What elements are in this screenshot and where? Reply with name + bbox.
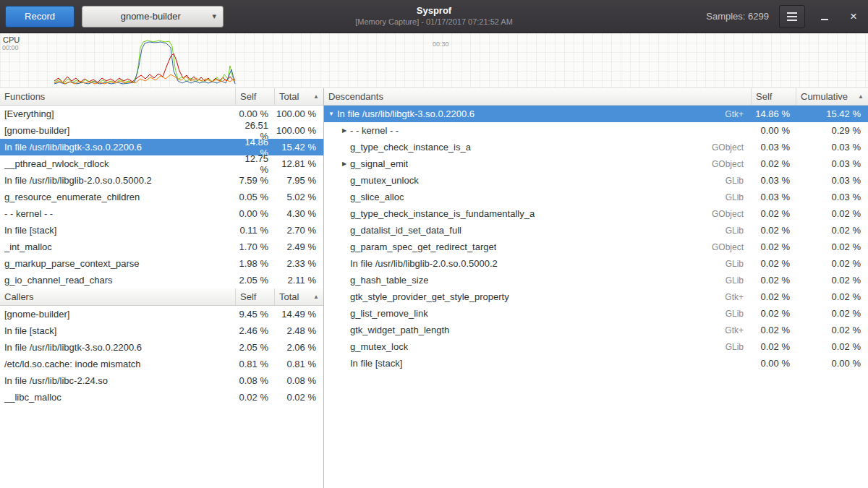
function-name: In file /usr/lib/libglib-2.0.so.0.5000.2: [0, 175, 235, 186]
self-percent: 0.03 %: [751, 192, 796, 202]
descendants-row[interactable]: g_mutex_unlockGLib0.03 %0.03 %: [324, 172, 868, 189]
descendants-row[interactable]: g_datalist_id_set_data_fullGLib0.02 %0.0…: [324, 222, 868, 239]
capture-subtitle: [Memory Capture] - 01/17/2017 07:21:52 A…: [355, 17, 513, 27]
descendants-row[interactable]: ▼In file /usr/lib/libgtk-3.so.0.2200.6Gt…: [324, 106, 868, 122]
function-name: __pthread_rwlock_rdlock: [0, 158, 235, 169]
self-percent: 0.03 %: [751, 142, 796, 153]
process-selector-dropdown[interactable]: gnome-builder ▾: [82, 6, 224, 27]
column-header-callers[interactable]: Callers: [0, 288, 235, 305]
cumulative-percent: 0.02 %: [796, 291, 868, 302]
descendants-row[interactable]: gtk_style_provider_get_style_propertyGtk…: [324, 288, 868, 305]
tree-cell: ▼In file /usr/lib/libgtk-3.so.0.2200.6Gt…: [324, 108, 751, 119]
descendants-row[interactable]: g_hash_table_sizeGLib0.02 %0.02 %: [324, 272, 868, 288]
cumulative-percent: 0.02 %: [796, 208, 868, 219]
descendants-row[interactable]: In file /usr/lib/libglib-2.0.so.0.5000.2…: [324, 255, 868, 272]
column-header-self[interactable]: Self: [235, 88, 274, 105]
descendants-row[interactable]: g_slice_allocGLib0.03 %0.03 %: [324, 189, 868, 205]
functions-row[interactable]: g_resource_enumerate_children0.05 %5.02 …: [0, 189, 323, 205]
library-category: Gtk+: [719, 292, 751, 302]
expander-icon[interactable]: ▶: [339, 160, 350, 167]
function-name: g_hash_table_size: [350, 275, 428, 286]
functions-row[interactable]: g_io_channel_read_chars2.05 %2.11 %: [0, 272, 323, 288]
minimize-button[interactable]: [815, 7, 834, 27]
descendants-row[interactable]: ▶- - kernel - -0.00 %0.29 %: [324, 122, 868, 139]
self-percent: 0.02 %: [751, 341, 796, 352]
cumulative-percent: 0.29 %: [796, 125, 868, 136]
self-percent: 0.08 %: [235, 375, 274, 386]
column-header-total[interactable]: Total ▲: [274, 288, 323, 305]
total-percent: 14.49 %: [274, 309, 323, 320]
column-header-functions[interactable]: Functions: [0, 88, 235, 105]
expander-icon[interactable]: ▼: [326, 111, 337, 117]
sysprof-window: Record gnome-builder ▾ Sysprof [Memory C…: [0, 0, 868, 488]
functions-row[interactable]: In file [stack]0.11 %2.70 %: [0, 222, 323, 239]
descendants-row[interactable]: g_param_spec_get_redirect_targetGObject0…: [324, 239, 868, 255]
functions-row[interactable]: In file /usr/lib/libgtk-3.so.0.2200.614.…: [0, 139, 323, 155]
functions-row[interactable]: [gnome-builder]26.51 %100.00 %: [0, 122, 323, 139]
self-percent: 0.02 %: [751, 225, 796, 236]
descendants-row[interactable]: In file [stack]0.00 %0.00 %: [324, 355, 868, 372]
descendants-row[interactable]: g_list_remove_linkGLib0.02 %0.02 %: [324, 305, 868, 322]
cumulative-percent: 0.02 %: [796, 308, 868, 319]
functions-row[interactable]: In file /usr/lib/libglib-2.0.so.0.5000.2…: [0, 172, 323, 189]
close-button[interactable]: ×: [844, 7, 863, 27]
functions-row[interactable]: g_markup_parse_context_parse1.98 %2.33 %: [0, 255, 323, 272]
time-tick-start: 00:00: [2, 44, 19, 51]
column-header-cumulative[interactable]: Cumulative ▲: [796, 88, 868, 105]
column-header-self[interactable]: Self: [235, 288, 274, 305]
record-button[interactable]: Record: [5, 6, 75, 27]
self-percent: 1.70 %: [235, 241, 274, 252]
self-percent: 12.75 %: [235, 153, 274, 175]
function-name: g_param_spec_get_redirect_target: [350, 241, 496, 252]
function-name: g_io_channel_read_chars: [0, 275, 235, 286]
column-header-descendants[interactable]: Descendants: [324, 88, 751, 105]
callers-row[interactable]: In file /usr/lib/libc-2.24.so0.08 %0.08 …: [0, 372, 323, 389]
functions-row[interactable]: __pthread_rwlock_rdlock12.75 %12.81 %: [0, 155, 323, 172]
window-title-box: Sysprof [Memory Capture] - 01/17/2017 07…: [355, 5, 513, 27]
tree-cell: ▶g_signal_emitGObject: [324, 158, 751, 169]
cumulative-percent: 0.02 %: [796, 258, 868, 269]
callers-row[interactable]: In file [stack]2.46 %2.48 %: [0, 322, 323, 339]
function-name: [gnome-builder]: [0, 309, 235, 320]
column-header-self[interactable]: Self: [751, 88, 796, 105]
descendants-row[interactable]: g_type_check_instance_is_fundamentally_a…: [324, 205, 868, 222]
menu-button[interactable]: [779, 5, 805, 28]
library-category: GLib: [720, 192, 751, 202]
tree-cell: g_hash_table_sizeGLib: [324, 275, 751, 286]
functions-row[interactable]: [Everything]0.00 %100.00 %: [0, 106, 323, 122]
callers-row[interactable]: [gnome-builder]9.45 %14.49 %: [0, 306, 323, 322]
function-name: In file /usr/lib/libgtk-3.so.0.2200.6: [0, 142, 235, 153]
library-category: GLib: [720, 309, 751, 319]
callers-row[interactable]: In file /usr/lib/libgtk-3.so.0.2200.62.0…: [0, 339, 323, 356]
library-category: GLib: [720, 226, 751, 236]
tree-cell: In file [stack]: [324, 358, 751, 369]
column-header-total[interactable]: Total ▲: [274, 88, 323, 105]
descendants-row[interactable]: ▶g_signal_emitGObject0.02 %0.03 %: [324, 155, 868, 172]
cumulative-percent: 0.03 %: [796, 175, 868, 186]
descendants-row[interactable]: gtk_widget_path_lengthGtk+0.02 %0.02 %: [324, 322, 868, 338]
self-percent: 0.00 %: [751, 125, 796, 136]
descendants-row[interactable]: g_mutex_lockGLib0.02 %0.02 %: [324, 338, 868, 355]
sort-indicator-icon: ▲: [855, 93, 864, 100]
library-category: GLib: [720, 259, 751, 269]
callers-row[interactable]: /etc/ld.so.cache: inode mismatch0.81 %0.…: [0, 356, 323, 372]
expander-icon[interactable]: ▶: [339, 127, 350, 134]
function-name: In file /usr/lib/libgtk-3.so.0.2200.6: [337, 108, 475, 119]
library-category: GLib: [720, 176, 751, 186]
total-percent: 12.81 %: [274, 158, 323, 169]
total-percent: 2.11 %: [274, 275, 323, 286]
functions-row[interactable]: - - kernel - -0.00 %4.30 %: [0, 205, 323, 222]
self-percent: 0.00 %: [235, 108, 274, 119]
time-tick-mid: 00:30: [433, 40, 449, 48]
callers-row[interactable]: __libc_malloc0.02 %0.02 %: [0, 389, 323, 406]
function-name: g_datalist_id_set_data_full: [350, 225, 461, 236]
app-title: Sysprof: [355, 5, 513, 17]
cumulative-percent: 15.42 %: [796, 108, 868, 119]
function-name: In file /usr/lib/libglib-2.0.so.0.5000.2: [350, 258, 498, 269]
cpu-graph-area[interactable]: CPU 00:00 00:30: [0, 33, 868, 88]
functions-row[interactable]: _int_malloc1.70 %2.49 %: [0, 239, 323, 255]
callers-table-body: [gnome-builder]9.45 %14.49 %In file [sta…: [0, 306, 323, 406]
descendants-row[interactable]: g_type_check_instance_is_aGObject0.03 %0…: [324, 139, 868, 155]
self-percent: 2.46 %: [235, 325, 274, 336]
total-percent: 15.42 %: [274, 142, 323, 153]
